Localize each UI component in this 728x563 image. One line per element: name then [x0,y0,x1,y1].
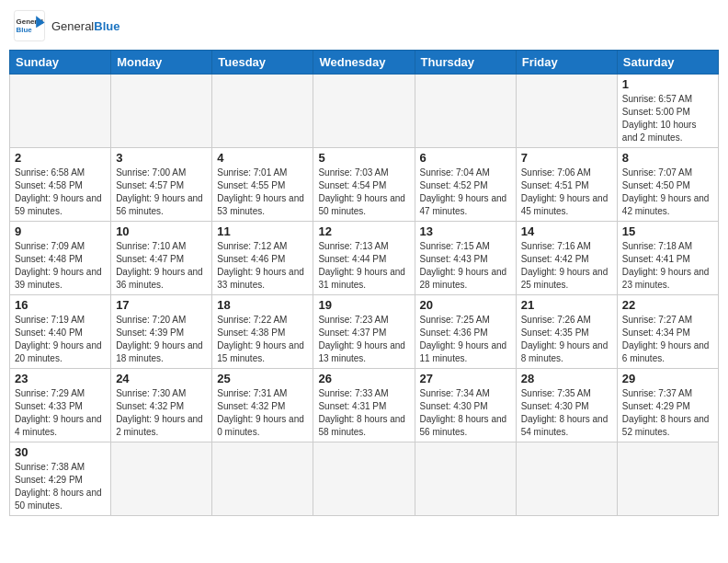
calendar-cell: 2Sunrise: 6:58 AM Sunset: 4:58 PM Daylig… [10,148,111,222]
calendar-cell: 11Sunrise: 7:12 AM Sunset: 4:46 PM Dayli… [212,222,313,295]
day-number: 7 [521,151,612,165]
day-number: 26 [318,372,409,385]
calendar-cell [10,75,111,148]
day-info: Sunrise: 7:12 AM Sunset: 4:46 PM Dayligh… [217,240,308,292]
calendar-cell: 25Sunrise: 7:31 AM Sunset: 4:32 PM Dayli… [212,369,313,442]
day-number: 2 [15,151,106,165]
day-info: Sunrise: 7:18 AM Sunset: 4:41 PM Dayligh… [622,240,713,292]
day-info: Sunrise: 7:37 AM Sunset: 4:29 PM Dayligh… [622,387,713,439]
calendar-week-row: 23Sunrise: 7:29 AM Sunset: 4:33 PM Dayli… [10,369,719,442]
calendar-cell: 3Sunrise: 7:00 AM Sunset: 4:57 PM Daylig… [111,148,212,222]
calendar-week-row: 1Sunrise: 6:57 AM Sunset: 5:00 PM Daylig… [10,75,719,148]
calendar-week-row: 16Sunrise: 7:19 AM Sunset: 4:40 PM Dayli… [10,295,719,369]
day-info: Sunrise: 7:35 AM Sunset: 4:30 PM Dayligh… [521,387,612,439]
day-info: Sunrise: 7:13 AM Sunset: 4:44 PM Dayligh… [318,240,409,292]
day-info: Sunrise: 7:31 AM Sunset: 4:32 PM Dayligh… [217,387,308,439]
day-info: Sunrise: 7:07 AM Sunset: 4:50 PM Dayligh… [622,167,713,218]
day-number: 25 [217,372,308,385]
day-number: 17 [116,298,207,312]
day-info: Sunrise: 7:01 AM Sunset: 4:55 PM Dayligh… [217,167,308,218]
calendar-cell: 13Sunrise: 7:15 AM Sunset: 4:43 PM Dayli… [415,222,516,295]
weekday-header-tuesday: Tuesday [212,51,313,75]
day-number: 19 [318,298,409,312]
logo-icon: General Blue [13,9,46,42]
calendar-header-row: SundayMondayTuesdayWednesdayThursdayFrid… [10,51,719,75]
calendar-cell: 27Sunrise: 7:34 AM Sunset: 4:30 PM Dayli… [415,369,516,442]
day-number: 29 [622,372,713,385]
calendar-cell: 4Sunrise: 7:01 AM Sunset: 4:55 PM Daylig… [212,148,313,222]
calendar-cell: 12Sunrise: 7:13 AM Sunset: 4:44 PM Dayli… [313,222,415,295]
day-number: 6 [420,151,511,165]
day-number: 14 [521,224,612,238]
day-number: 1 [622,77,713,91]
calendar-cell: 6Sunrise: 7:04 AM Sunset: 4:52 PM Daylig… [415,148,516,222]
calendar-cell: 24Sunrise: 7:30 AM Sunset: 4:32 PM Dayli… [111,369,212,442]
day-info: Sunrise: 7:00 AM Sunset: 4:57 PM Dayligh… [116,167,207,218]
calendar-cell: 10Sunrise: 7:10 AM Sunset: 4:47 PM Dayli… [111,222,212,295]
calendar-cell: 22Sunrise: 7:27 AM Sunset: 4:34 PM Dayli… [617,295,718,369]
page-header: General Blue GeneralBlue [9,9,719,42]
day-info: Sunrise: 7:03 AM Sunset: 4:54 PM Dayligh… [318,167,409,218]
calendar-cell: 29Sunrise: 7:37 AM Sunset: 4:29 PM Dayli… [617,369,718,442]
calendar-cell [415,75,516,148]
day-info: Sunrise: 7:09 AM Sunset: 4:48 PM Dayligh… [15,240,106,292]
day-info: Sunrise: 7:19 AM Sunset: 4:40 PM Dayligh… [15,314,106,365]
calendar-cell [111,442,212,516]
calendar-cell: 18Sunrise: 7:22 AM Sunset: 4:38 PM Dayli… [212,295,313,369]
day-number: 13 [420,224,511,238]
day-number: 18 [217,298,308,312]
day-info: Sunrise: 7:29 AM Sunset: 4:33 PM Dayligh… [15,387,106,439]
calendar-cell: 9Sunrise: 7:09 AM Sunset: 4:48 PM Daylig… [10,222,111,295]
calendar-cell: 17Sunrise: 7:20 AM Sunset: 4:39 PM Dayli… [111,295,212,369]
calendar-cell: 30Sunrise: 7:38 AM Sunset: 4:29 PM Dayli… [10,442,111,516]
logo: General Blue GeneralBlue [13,9,119,42]
day-info: Sunrise: 7:22 AM Sunset: 4:38 PM Dayligh… [217,314,308,365]
day-number: 8 [622,151,713,165]
calendar-cell: 14Sunrise: 7:16 AM Sunset: 4:42 PM Dayli… [516,222,617,295]
weekday-header-monday: Monday [111,51,212,75]
calendar-cell [212,75,313,148]
calendar-cell: 28Sunrise: 7:35 AM Sunset: 4:30 PM Dayli… [516,369,617,442]
weekday-header-friday: Friday [516,51,617,75]
day-info: Sunrise: 7:27 AM Sunset: 4:34 PM Dayligh… [622,314,713,365]
calendar-cell [617,442,718,516]
calendar-cell: 21Sunrise: 7:26 AM Sunset: 4:35 PM Dayli… [516,295,617,369]
day-number: 30 [15,445,106,459]
calendar-week-row: 30Sunrise: 7:38 AM Sunset: 4:29 PM Dayli… [10,442,719,516]
calendar-cell [212,442,313,516]
calendar-cell [516,75,617,148]
day-number: 20 [420,298,511,312]
calendar-cell: 7Sunrise: 7:06 AM Sunset: 4:51 PM Daylig… [516,148,617,222]
day-number: 23 [15,372,106,385]
day-info: Sunrise: 6:57 AM Sunset: 5:00 PM Dayligh… [622,93,713,144]
day-info: Sunrise: 7:30 AM Sunset: 4:32 PM Dayligh… [116,387,207,439]
calendar-cell: 15Sunrise: 7:18 AM Sunset: 4:41 PM Dayli… [617,222,718,295]
day-number: 28 [521,372,612,385]
calendar-week-row: 2Sunrise: 6:58 AM Sunset: 4:58 PM Daylig… [10,148,719,222]
day-number: 12 [318,224,409,238]
day-info: Sunrise: 7:10 AM Sunset: 4:47 PM Dayligh… [116,240,207,292]
day-number: 5 [318,151,409,165]
calendar-cell [313,75,415,148]
day-number: 10 [116,224,207,238]
day-info: Sunrise: 7:33 AM Sunset: 4:31 PM Dayligh… [318,387,409,439]
day-number: 9 [15,224,106,238]
day-info: Sunrise: 7:20 AM Sunset: 4:39 PM Dayligh… [116,314,207,365]
day-info: Sunrise: 7:23 AM Sunset: 4:37 PM Dayligh… [318,314,409,365]
day-info: Sunrise: 7:15 AM Sunset: 4:43 PM Dayligh… [420,240,511,292]
calendar-cell: 5Sunrise: 7:03 AM Sunset: 4:54 PM Daylig… [313,148,415,222]
day-info: Sunrise: 6:58 AM Sunset: 4:58 PM Dayligh… [15,167,106,218]
calendar-cell [313,442,415,516]
logo-text: GeneralBlue [51,19,119,33]
day-number: 3 [116,151,207,165]
calendar-cell: 19Sunrise: 7:23 AM Sunset: 4:37 PM Dayli… [313,295,415,369]
calendar-cell: 20Sunrise: 7:25 AM Sunset: 4:36 PM Dayli… [415,295,516,369]
weekday-header-saturday: Saturday [617,51,718,75]
day-info: Sunrise: 7:34 AM Sunset: 4:30 PM Dayligh… [420,387,511,439]
calendar-week-row: 9Sunrise: 7:09 AM Sunset: 4:48 PM Daylig… [10,222,719,295]
calendar-cell: 8Sunrise: 7:07 AM Sunset: 4:50 PM Daylig… [617,148,718,222]
weekday-header-thursday: Thursday [415,51,516,75]
calendar-cell [415,442,516,516]
day-number: 21 [521,298,612,312]
day-info: Sunrise: 7:04 AM Sunset: 4:52 PM Dayligh… [420,167,511,218]
